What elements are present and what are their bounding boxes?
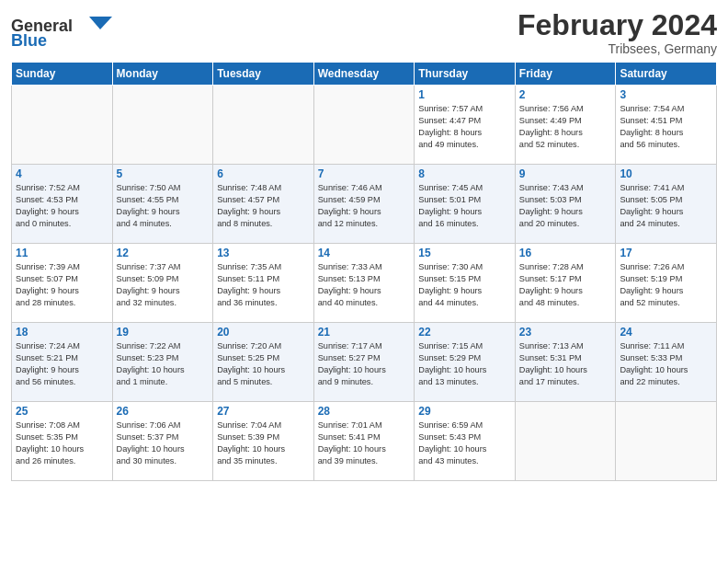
calendar-cell: [313, 86, 415, 165]
calendar-cell: 3Sunrise: 7:54 AM Sunset: 4:51 PM Daylig…: [616, 86, 717, 165]
day-info: Sunrise: 7:35 AM Sunset: 5:11 PM Dayligh…: [217, 261, 310, 309]
day-number: 15: [418, 247, 511, 259]
day-number: 5: [117, 167, 210, 180]
day-info: Sunrise: 7:43 AM Sunset: 5:03 PM Dayligh…: [519, 182, 612, 230]
day-info: Sunrise: 7:28 AM Sunset: 5:17 PM Dayligh…: [519, 261, 612, 309]
calendar-cell: [112, 86, 213, 165]
day-number: 22: [418, 326, 511, 339]
day-number: 17: [620, 247, 712, 259]
day-info: Sunrise: 7:50 AM Sunset: 4:55 PM Dayligh…: [117, 182, 210, 230]
calendar-cell: 16Sunrise: 7:28 AM Sunset: 5:17 PM Dayli…: [515, 244, 616, 323]
calendar-cell: 7Sunrise: 7:46 AM Sunset: 4:59 PM Daylig…: [313, 165, 415, 244]
calendar-header-row: Sunday Monday Tuesday Wednesday Thursday…: [12, 63, 717, 86]
calendar-cell: 29Sunrise: 6:59 AM Sunset: 5:43 PM Dayli…: [415, 402, 516, 481]
svg-text:Blue: Blue: [11, 31, 47, 50]
page-container: General Blue February 2024 Tribsees, Ger…: [0, 0, 728, 487]
day-info: Sunrise: 7:41 AM Sunset: 5:05 PM Dayligh…: [620, 182, 712, 230]
calendar-cell: 23Sunrise: 7:13 AM Sunset: 5:31 PM Dayli…: [515, 323, 616, 402]
day-info: Sunrise: 7:45 AM Sunset: 5:01 PM Dayligh…: [418, 182, 511, 230]
day-info: Sunrise: 7:26 AM Sunset: 5:19 PM Dayligh…: [620, 261, 712, 309]
day-number: 11: [16, 247, 108, 259]
day-info: Sunrise: 7:08 AM Sunset: 5:35 PM Dayligh…: [16, 419, 108, 467]
day-info: Sunrise: 7:24 AM Sunset: 5:21 PM Dayligh…: [16, 340, 108, 388]
calendar-cell: 2Sunrise: 7:56 AM Sunset: 4:49 PM Daylig…: [515, 86, 616, 165]
day-number: 16: [519, 247, 612, 259]
calendar-cell: [616, 402, 717, 481]
calendar-cell: 19Sunrise: 7:22 AM Sunset: 5:23 PM Dayli…: [112, 323, 213, 402]
day-info: Sunrise: 6:59 AM Sunset: 5:43 PM Dayligh…: [418, 419, 511, 467]
day-info: Sunrise: 7:04 AM Sunset: 5:39 PM Dayligh…: [217, 419, 310, 467]
day-info: Sunrise: 7:57 AM Sunset: 4:47 PM Dayligh…: [418, 103, 511, 151]
day-info: Sunrise: 7:33 AM Sunset: 5:13 PM Dayligh…: [318, 261, 411, 309]
day-info: Sunrise: 7:46 AM Sunset: 4:59 PM Dayligh…: [318, 182, 411, 230]
day-number: 19: [117, 326, 210, 339]
calendar-cell: 1Sunrise: 7:57 AM Sunset: 4:47 PM Daylig…: [415, 86, 516, 165]
month-title: February 2024: [518, 9, 717, 41]
day-info: Sunrise: 7:39 AM Sunset: 5:07 PM Dayligh…: [16, 261, 108, 309]
day-number: 14: [318, 247, 411, 259]
col-thursday: Thursday: [415, 63, 516, 86]
day-info: Sunrise: 7:01 AM Sunset: 5:41 PM Dayligh…: [318, 419, 411, 467]
calendar-cell: 22Sunrise: 7:15 AM Sunset: 5:29 PM Dayli…: [415, 323, 516, 402]
day-info: Sunrise: 7:56 AM Sunset: 4:49 PM Dayligh…: [519, 103, 612, 151]
logo: General Blue: [11, 9, 112, 53]
day-number: 25: [16, 405, 108, 418]
logo-text: General Blue: [11, 9, 112, 53]
day-info: Sunrise: 7:22 AM Sunset: 5:23 PM Dayligh…: [117, 340, 210, 388]
calendar-cell: 10Sunrise: 7:41 AM Sunset: 5:05 PM Dayli…: [616, 165, 717, 244]
day-number: 4: [16, 167, 108, 180]
calendar-cell: 8Sunrise: 7:45 AM Sunset: 5:01 PM Daylig…: [415, 165, 516, 244]
col-friday: Friday: [515, 63, 616, 86]
day-number: 18: [16, 326, 108, 339]
calendar-cell: 26Sunrise: 7:06 AM Sunset: 5:37 PM Dayli…: [112, 402, 213, 481]
col-wednesday: Wednesday: [313, 63, 415, 86]
day-info: Sunrise: 7:17 AM Sunset: 5:27 PM Dayligh…: [318, 340, 411, 388]
calendar-cell: 11Sunrise: 7:39 AM Sunset: 5:07 PM Dayli…: [12, 244, 113, 323]
day-number: 26: [117, 405, 210, 418]
calendar-cell: 9Sunrise: 7:43 AM Sunset: 5:03 PM Daylig…: [515, 165, 616, 244]
calendar-cell: 20Sunrise: 7:20 AM Sunset: 5:25 PM Dayli…: [213, 323, 314, 402]
week-row-4: 18Sunrise: 7:24 AM Sunset: 5:21 PM Dayli…: [12, 323, 717, 402]
calendar-cell: 13Sunrise: 7:35 AM Sunset: 5:11 PM Dayli…: [213, 244, 314, 323]
calendar-cell: 24Sunrise: 7:11 AM Sunset: 5:33 PM Dayli…: [616, 323, 717, 402]
day-number: 27: [217, 405, 310, 418]
calendar-cell: 12Sunrise: 7:37 AM Sunset: 5:09 PM Dayli…: [112, 244, 213, 323]
col-tuesday: Tuesday: [213, 63, 314, 86]
svg-marker-1: [89, 17, 112, 29]
calendar-cell: 28Sunrise: 7:01 AM Sunset: 5:41 PM Dayli…: [313, 402, 415, 481]
calendar-cell: [12, 86, 113, 165]
week-row-5: 25Sunrise: 7:08 AM Sunset: 5:35 PM Dayli…: [12, 402, 717, 481]
calendar-cell: [515, 402, 616, 481]
day-number: 8: [418, 167, 511, 180]
day-info: Sunrise: 7:52 AM Sunset: 4:53 PM Dayligh…: [16, 182, 108, 230]
day-number: 29: [418, 405, 511, 418]
week-row-1: 1Sunrise: 7:57 AM Sunset: 4:47 PM Daylig…: [12, 86, 717, 165]
calendar-cell: 4Sunrise: 7:52 AM Sunset: 4:53 PM Daylig…: [12, 165, 113, 244]
col-monday: Monday: [112, 63, 213, 86]
week-row-3: 11Sunrise: 7:39 AM Sunset: 5:07 PM Dayli…: [12, 244, 717, 323]
day-info: Sunrise: 7:11 AM Sunset: 5:33 PM Dayligh…: [620, 340, 712, 388]
day-number: 12: [117, 247, 210, 259]
day-number: 2: [519, 88, 612, 101]
day-info: Sunrise: 7:13 AM Sunset: 5:31 PM Dayligh…: [519, 340, 612, 388]
calendar-cell: 5Sunrise: 7:50 AM Sunset: 4:55 PM Daylig…: [112, 165, 213, 244]
calendar-cell: [213, 86, 314, 165]
day-info: Sunrise: 7:48 AM Sunset: 4:57 PM Dayligh…: [217, 182, 310, 230]
day-number: 7: [318, 167, 411, 180]
calendar-cell: 27Sunrise: 7:04 AM Sunset: 5:39 PM Dayli…: [213, 402, 314, 481]
calendar: Sunday Monday Tuesday Wednesday Thursday…: [11, 62, 717, 481]
week-row-2: 4Sunrise: 7:52 AM Sunset: 4:53 PM Daylig…: [12, 165, 717, 244]
day-info: Sunrise: 7:54 AM Sunset: 4:51 PM Dayligh…: [620, 103, 712, 151]
day-number: 24: [620, 326, 712, 339]
day-number: 23: [519, 326, 612, 339]
day-info: Sunrise: 7:06 AM Sunset: 5:37 PM Dayligh…: [117, 419, 210, 467]
calendar-cell: 14Sunrise: 7:33 AM Sunset: 5:13 PM Dayli…: [313, 244, 415, 323]
col-sunday: Sunday: [12, 63, 113, 86]
day-number: 13: [217, 247, 310, 259]
col-saturday: Saturday: [616, 63, 717, 86]
location: Tribsees, Germany: [518, 41, 717, 56]
calendar-cell: 21Sunrise: 7:17 AM Sunset: 5:27 PM Dayli…: [313, 323, 415, 402]
day-info: Sunrise: 7:15 AM Sunset: 5:29 PM Dayligh…: [418, 340, 511, 388]
day-info: Sunrise: 7:37 AM Sunset: 5:09 PM Dayligh…: [117, 261, 210, 309]
day-number: 10: [620, 167, 712, 180]
